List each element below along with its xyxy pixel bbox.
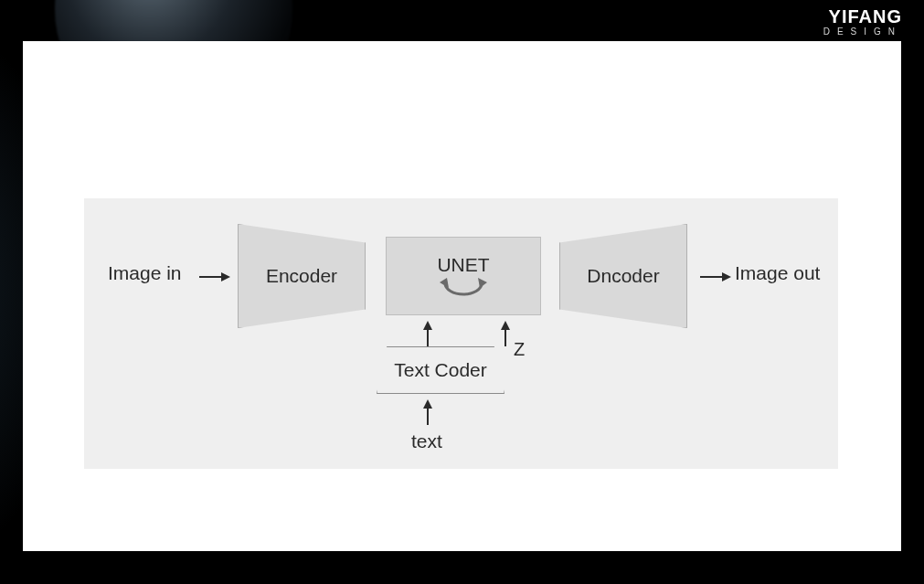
brand-title: YIFANG [823, 7, 902, 26]
cycle-arrows-icon [438, 278, 489, 298]
text-coder-label: Text Coder [394, 359, 487, 381]
svg-marker-9 [501, 321, 510, 330]
svg-marker-11 [423, 399, 432, 409]
svg-marker-7 [423, 321, 432, 330]
architecture-diagram: Image in Encoder UNET Dncoder [84, 198, 838, 469]
arrow-up-icon [422, 399, 433, 425]
encoder-label: Encoder [266, 265, 337, 287]
svg-marker-5 [722, 272, 731, 281]
unet-label: UNET [437, 254, 489, 276]
arrow-up-icon [422, 321, 433, 346]
encoder-block: Encoder [238, 224, 366, 328]
svg-marker-2 [478, 278, 487, 288]
z-label: Z [514, 339, 525, 360]
arrow-right-icon [700, 271, 731, 282]
brand-logo: YIFANG DESIGN [823, 7, 902, 37]
text-coder-block: Text Coder [377, 346, 504, 394]
arrow-up-icon [500, 321, 511, 346]
slide-canvas: Image in Encoder UNET Dncoder [23, 41, 901, 551]
image-in-label: Image in [108, 262, 182, 284]
arrow-right-icon [199, 271, 230, 282]
text-input-label: text [411, 430, 442, 452]
image-out-label: Image out [735, 262, 820, 284]
decoder-label: Dncoder [587, 265, 659, 287]
svg-marker-1 [221, 272, 230, 281]
unet-block: UNET [386, 237, 541, 315]
svg-marker-3 [440, 278, 449, 288]
decoder-block: Dncoder [559, 224, 687, 328]
brand-subtitle: DESIGN [823, 27, 902, 37]
